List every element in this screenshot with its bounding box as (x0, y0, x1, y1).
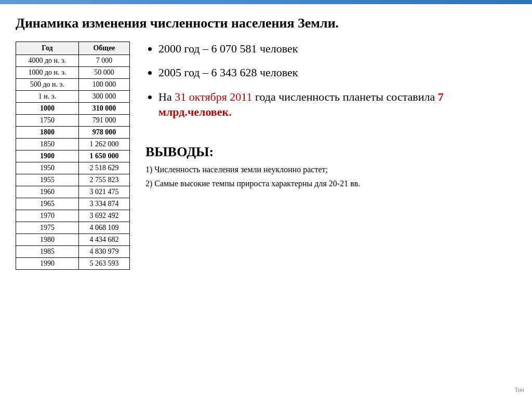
cell-year: 1000 до н. э. (16, 66, 79, 78)
slide-title: Динамика изменения численности населения… (16, 15, 516, 32)
cell-year: 1960 (16, 186, 79, 198)
cell-population: 3 021 475 (78, 186, 129, 198)
cell-population: 2 755 823 (78, 174, 129, 186)
table-row: 1000310 000 (16, 102, 130, 114)
slide-number: Тон (514, 386, 524, 394)
cell-year: 1750 (16, 114, 79, 126)
cell-year: 1955 (16, 174, 79, 186)
cell-year: 1985 (16, 245, 79, 257)
conclusion-item-1: 1) Численность населения земли неуклонно… (145, 164, 516, 175)
cell-year: 1970 (16, 210, 79, 222)
population-table: Год Общее 4000 до н. э.7 0001000 до н. э… (16, 42, 130, 270)
conclusions-section: ВЫВОДЫ: 1) Численность населения земли н… (145, 144, 516, 191)
table-row: 1 н. э.300 000 (16, 90, 130, 102)
conclusions-list: 1) Численность населения земли неуклонно… (145, 164, 516, 189)
cell-year: 1850 (16, 138, 79, 150)
cell-year: 1000 (16, 102, 79, 114)
table-row: 19603 021 475 (16, 186, 130, 198)
slide-container: Динамика изменения численности населения… (0, 4, 532, 398)
table-row: 19552 755 823 (16, 174, 130, 186)
cell-year: 1 н. э. (16, 90, 79, 102)
table-row: 4000 до н. э.7 000 (16, 54, 130, 66)
cell-year: 1965 (16, 198, 79, 210)
cell-population: 4 434 682 (78, 234, 129, 245)
cell-year: 1800 (16, 126, 79, 138)
top-bar (0, 0, 532, 4)
table-row: 18501 262 000 (16, 138, 130, 150)
cell-population: 5 263 593 (78, 257, 129, 269)
cell-population: 1 650 000 (78, 150, 129, 162)
bullet-item-2: 2005 год – 6 343 628 человек (158, 65, 516, 80)
cell-population: 100 000 (78, 78, 129, 90)
table-row: 19905 263 593 (16, 257, 130, 269)
bullet-item-3: На 31 октября 2011 года численность план… (158, 90, 516, 119)
table-row: 19754 068 109 (16, 222, 130, 234)
table-row: 19653 334 874 (16, 198, 130, 210)
cell-population: 978 000 (78, 126, 129, 138)
table-row: 1000 до н. э.50 000 (16, 66, 130, 78)
cell-population: 2 518 629 (78, 162, 129, 174)
table-row: 1800978 000 (16, 126, 130, 138)
table-section: Год Общее 4000 до н. э.7 0001000 до н. э… (16, 42, 130, 270)
col-header-total: Общее (78, 42, 129, 54)
cell-population: 310 000 (78, 102, 129, 114)
cell-year: 1900 (16, 150, 79, 162)
conclusion-item-2: 2) Самые высокие темпы прироста характер… (145, 178, 516, 189)
bullet-item-1: 2000 год – 6 070 581 человек (158, 42, 516, 57)
cell-year: 500 до н. э. (16, 78, 79, 90)
cell-population: 3 334 874 (78, 198, 129, 210)
table-row: 19502 518 629 (16, 162, 130, 174)
table-row: 1750791 000 (16, 114, 130, 126)
col-header-year: Год (16, 42, 79, 54)
highlight-date: 31 октября 2011 (175, 90, 252, 103)
cell-population: 3 692 492 (78, 210, 129, 222)
right-section: 2000 год – 6 070 581 человек 2005 год – … (145, 42, 516, 191)
cell-population: 4 068 109 (78, 222, 129, 234)
cell-population: 50 000 (78, 66, 129, 78)
table-row: 500 до н. э.100 000 (16, 78, 130, 90)
content-area: Год Общее 4000 до н. э.7 0001000 до н. э… (16, 42, 516, 270)
cell-population: 1 262 000 (78, 138, 129, 150)
cell-population: 7 000 (78, 54, 129, 66)
cell-year: 1990 (16, 257, 79, 269)
conclusions-title: ВЫВОДЫ: (145, 144, 516, 160)
table-row: 19854 830 979 (16, 245, 130, 257)
cell-year: 1980 (16, 234, 79, 245)
cell-year: 4000 до н. э. (16, 54, 79, 66)
table-row: 19804 434 682 (16, 234, 130, 245)
table-row: 19001 650 000 (16, 150, 130, 162)
table-row: 19703 692 492 (16, 210, 130, 222)
cell-year: 1975 (16, 222, 79, 234)
cell-population: 300 000 (78, 90, 129, 102)
cell-population: 4 830 979 (78, 245, 129, 257)
cell-population: 791 000 (78, 114, 129, 126)
cell-year: 1950 (16, 162, 79, 174)
bullet-list: 2000 год – 6 070 581 человек 2005 год – … (145, 42, 516, 129)
